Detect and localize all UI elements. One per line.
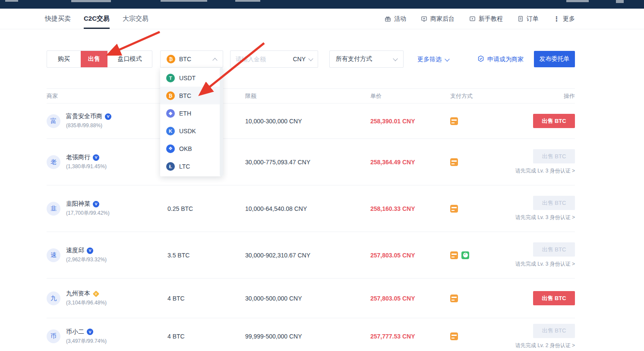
play-video-icon: [469, 16, 476, 22]
avatar[interactable]: 韭: [47, 202, 60, 216]
merchant-name[interactable]: 九州资本: [66, 290, 90, 298]
link-activities[interactable]: 活动: [385, 15, 406, 23]
payment-cell: [450, 295, 515, 302]
navbar-fragment: [566, 0, 589, 2]
avatar[interactable]: 老: [47, 155, 60, 169]
bank-card-icon[interactable]: [450, 117, 458, 125]
post-order-button[interactable]: 发布委托单: [534, 51, 575, 67]
coin-option-btc[interactable]: ₿ BTC: [160, 87, 223, 104]
coin-option-ltc[interactable]: Ł LTC: [160, 157, 223, 175]
limit-cell: 30,000-902,310.67 CNY: [245, 252, 370, 259]
coin-option-label: LTC: [179, 163, 190, 170]
merchant-name[interactable]: 富贵安全币商: [66, 113, 102, 120]
sell-btc-button-disabled[interactable]: 出售 BTC: [533, 242, 575, 257]
payment-cell: [450, 332, 515, 340]
bank-card-icon[interactable]: [450, 251, 458, 259]
quantity-cell: 4 BTC: [167, 295, 245, 302]
chevron-down-icon: [393, 56, 398, 61]
merchant-cell: 九 九州资本 V (3,104单/96.48%): [47, 290, 167, 307]
coin-option-eth[interactable]: ◆ ETH: [160, 104, 223, 122]
link-label: 新手教程: [479, 15, 503, 23]
buy-sell-toggle: 购买 出售 盘口模式: [47, 50, 152, 68]
link-orders[interactable]: 订单: [518, 15, 539, 23]
link-label: 订单: [527, 15, 539, 23]
kyc-notice-link[interactable]: 请先完成 Lv. 3 身份认证 >: [515, 260, 575, 268]
bank-card-icon[interactable]: [450, 295, 458, 302]
navbar-fragment: [616, 0, 624, 3]
merchant-name[interactable]: 速度邱: [66, 247, 84, 254]
action-cell: 出售 BTC: [515, 291, 575, 305]
quantity-cell: 4 BTC: [167, 333, 245, 340]
action-cell: 出售 BTC 请先完成 Lv. 3 身份认证 >: [515, 149, 575, 175]
coin-option-usdt[interactable]: T USDT: [160, 69, 223, 87]
more-filters-link[interactable]: 更多筛选: [417, 56, 449, 63]
avatar[interactable]: 币: [47, 329, 60, 343]
table-row: 富 富贵安全币商 V (835单/99.88%) 10,000-300,000 …: [47, 103, 575, 139]
kyc-notice-link[interactable]: 请先完成 Lv. 3 身份认证 >: [515, 214, 575, 221]
tab-quick-trade[interactable]: 快捷买卖: [45, 9, 71, 29]
quantity-cell: 3.5 BTC: [167, 252, 245, 259]
sell-button[interactable]: 出售: [81, 51, 107, 67]
coin-option-okb[interactable]: ❖ OKB: [160, 140, 223, 157]
amount-input[interactable]: [236, 56, 279, 63]
amount-filter: CNY: [230, 50, 318, 68]
avatar[interactable]: 富: [47, 114, 60, 128]
header-limit: 限额: [245, 92, 370, 100]
bank-card-icon[interactable]: [450, 332, 458, 340]
payment-cell: [450, 205, 515, 213]
merchant-name[interactable]: 币小二: [66, 328, 84, 336]
bank-card-icon[interactable]: [450, 205, 458, 213]
limit-cell: 10,000-64,540.08 CNY: [245, 205, 370, 212]
sell-btc-button-disabled[interactable]: 出售 BTC: [533, 149, 575, 163]
link-merchant-console[interactable]: 商家后台: [421, 15, 455, 23]
currency-select[interactable]: CNY: [293, 56, 313, 63]
apply-merchant-link[interactable]: 申请成为商家: [477, 55, 524, 63]
okb-icon: ❖: [166, 144, 175, 153]
kyc-notice-link[interactable]: 请先完成 Lv. 2 身份认证 >: [515, 342, 575, 349]
price-cell: 257,803.05 CNY: [370, 252, 450, 259]
coin-select[interactable]: ₿ BTC: [160, 50, 223, 68]
sell-btc-button-disabled[interactable]: 出售 BTC: [533, 196, 575, 210]
sell-btc-button-disabled[interactable]: 出售 BTC: [533, 324, 575, 338]
tab-block-trade[interactable]: 大宗交易: [123, 9, 148, 29]
header-merchant: 商家: [47, 92, 167, 100]
coin-option-usdk[interactable]: K USDK: [160, 122, 223, 140]
merchant-name[interactable]: 韭阳神菜: [66, 200, 90, 208]
avatar[interactable]: 速: [47, 248, 60, 262]
wechat-pay-icon[interactable]: [461, 251, 469, 259]
verified-badge-icon: V: [87, 329, 93, 335]
table-row: 九 九州资本 V (3,104单/96.48%) 4 BTC 30,000-50…: [47, 279, 575, 318]
merchant-stats: (3,497单/99.74%): [66, 338, 107, 345]
payment-method-select[interactable]: 所有支付方式: [329, 50, 404, 68]
merchant-cell: 富 富贵安全币商 V (835单/99.88%): [47, 113, 167, 129]
diamond-badge-icon: V: [93, 290, 100, 297]
sell-btc-button[interactable]: 出售 BTC: [533, 114, 575, 128]
kyc-notice-link[interactable]: 请先完成 Lv. 3 身份认证 >: [515, 167, 575, 175]
price-cell: 257,803.05 CNY: [370, 295, 450, 302]
trade-mode-tabs: 快捷买卖 C2C交易 大宗交易: [45, 9, 148, 29]
merchant-cell: 币 币小二 V (3,497单/99.74%): [47, 328, 167, 345]
buy-button[interactable]: 购买: [47, 51, 81, 67]
coin-option-label: BTC: [179, 92, 191, 99]
link-label: 商家后台: [430, 15, 455, 23]
avatar[interactable]: 九: [47, 291, 60, 305]
link-more[interactable]: ⋮ 更多: [553, 15, 575, 23]
top-navbar: [0, 0, 644, 9]
coin-option-label: USDK: [179, 128, 196, 135]
bank-card-icon[interactable]: [450, 158, 458, 166]
tab-c2c-trade[interactable]: C2C交易: [84, 9, 110, 29]
merchant-name[interactable]: 老張商行: [66, 154, 90, 161]
link-tutorial[interactable]: 新手教程: [469, 15, 503, 23]
table-row: 速 速度邱 V (2,962单/93.32%) 3.5 BTC 30,000-9…: [47, 232, 575, 279]
sell-btc-button[interactable]: 出售 BTC: [533, 291, 575, 305]
ltc-icon: Ł: [166, 162, 175, 171]
subnav-links: 活动 商家后台 新手教程 订单 ⋮ 更多: [385, 9, 575, 29]
dropdown-scrollbar[interactable]: [220, 68, 223, 176]
verified-badge-icon: V: [93, 154, 99, 161]
vertical-ellipsis-icon: ⋮: [553, 15, 560, 23]
badge-check-icon: [477, 55, 484, 63]
selected-coin-label: BTC: [179, 56, 191, 63]
orderbook-mode-button[interactable]: 盘口模式: [107, 51, 152, 67]
action-cell: 出售 BTC 请先完成 Lv. 3 身份认证 >: [515, 242, 575, 268]
merchant-stats: (835单/99.88%): [66, 122, 111, 129]
